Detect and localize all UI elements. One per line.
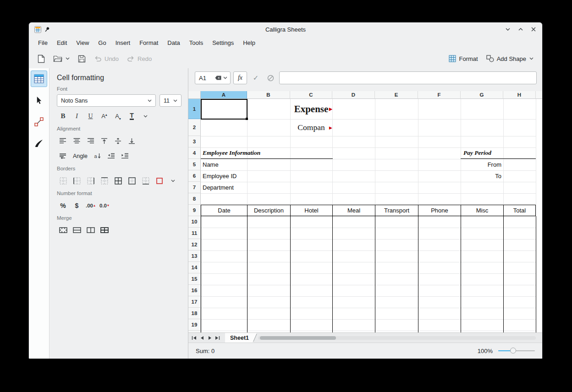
superscript-button[interactable]: A▴ xyxy=(98,110,110,122)
chevron-down-icon[interactable] xyxy=(223,76,227,79)
zoom-slider-handle[interactable] xyxy=(510,348,516,354)
row-header-7[interactable]: 7 xyxy=(188,182,201,193)
row-header-2[interactable]: 2 xyxy=(188,119,201,136)
cell-reference-clear-icon[interactable] xyxy=(215,76,221,80)
format-button[interactable]: Format xyxy=(446,53,481,65)
menu-view[interactable]: View xyxy=(72,38,94,48)
menu-edit[interactable]: Edit xyxy=(52,38,72,48)
row-header-11[interactable]: 11 xyxy=(188,228,201,239)
align-top-button[interactable] xyxy=(98,135,110,147)
cell-a7-department[interactable]: Department xyxy=(201,182,256,193)
menu-file[interactable]: File xyxy=(33,38,52,48)
column-header-d[interactable]: D xyxy=(332,91,375,99)
merge-vertical-button[interactable] xyxy=(84,224,97,236)
italic-button[interactable]: I xyxy=(71,110,83,122)
menu-go[interactable]: Go xyxy=(94,38,110,48)
maximize-button[interactable] xyxy=(517,26,524,33)
expense-header-misc[interactable]: Misc xyxy=(461,205,503,216)
currency-format-button[interactable]: $ xyxy=(71,200,83,211)
menu-insert[interactable]: Insert xyxy=(111,38,135,48)
underline-button[interactable]: U xyxy=(84,110,97,122)
minimize-button[interactable] xyxy=(505,26,511,33)
row-header-4[interactable]: 4 xyxy=(188,147,201,159)
new-document-button[interactable] xyxy=(34,52,48,65)
apply-button[interactable]: ✓ xyxy=(250,71,262,84)
selection-handle[interactable] xyxy=(246,118,248,120)
row-header-17[interactable]: 17 xyxy=(188,296,201,308)
cell-a5-name[interactable]: Name xyxy=(201,159,247,170)
angle-button[interactable]: Angle xyxy=(71,150,90,162)
merge-cells-button[interactable] xyxy=(57,224,69,236)
row-header-5[interactable]: 5 xyxy=(188,159,201,170)
border-left-button[interactable] xyxy=(71,175,83,186)
row-header-12[interactable]: 12 xyxy=(188,239,201,250)
align-middle-button[interactable] xyxy=(112,135,124,147)
cancel-button[interactable] xyxy=(264,71,276,84)
column-header-f[interactable]: F xyxy=(418,91,461,99)
formula-input[interactable] xyxy=(279,71,537,84)
vertical-text-button[interactable]: a xyxy=(91,150,104,162)
column-header-e[interactable]: E xyxy=(375,91,418,99)
zoom-slider[interactable] xyxy=(498,348,535,354)
previous-sheet-button[interactable] xyxy=(198,334,206,342)
bold-button[interactable]: B xyxy=(57,110,69,122)
calligraphy-tool-button[interactable] xyxy=(31,135,47,152)
expense-header-total[interactable]: Total xyxy=(503,205,536,216)
expense-header-phone[interactable]: Phone xyxy=(418,205,461,216)
last-sheet-button[interactable] xyxy=(214,334,221,342)
cell-c2-report-subtitle[interactable]: Compan ▶ xyxy=(290,119,332,136)
save-button[interactable] xyxy=(75,53,89,65)
border-bottom-button[interactable] xyxy=(139,175,152,186)
cell-a4-employee-information[interactable]: Employee Information xyxy=(201,147,333,159)
spreadsheet-grid[interactable]: Expense ▶ Compan ▶ Employee Information … xyxy=(188,91,542,332)
border-outline-button[interactable] xyxy=(126,175,138,186)
shape-select-tool-button[interactable] xyxy=(31,92,47,109)
cell-g5-from[interactable]: From xyxy=(461,159,503,170)
cell-reference-box[interactable]: A1 xyxy=(195,71,231,84)
cell-c1-report-title[interactable]: Expense ▶ xyxy=(290,99,332,119)
sheet-tab-sheet1[interactable]: Sheet1 xyxy=(225,333,257,343)
border-top-button[interactable] xyxy=(98,175,110,186)
row-header-20[interactable]: 20 xyxy=(188,331,201,332)
titlebar[interactable]: Calligra Sheets xyxy=(29,22,542,36)
row-header-8[interactable]: 8 xyxy=(188,193,201,205)
indent-increase-button[interactable] xyxy=(119,150,131,162)
align-right-button[interactable] xyxy=(84,135,97,147)
menu-help[interactable]: Help xyxy=(238,38,260,48)
column-header-a[interactable]: A xyxy=(201,91,247,99)
connector-tool-button[interactable] xyxy=(31,114,47,130)
function-button[interactable]: fx xyxy=(233,71,247,84)
column-header-b[interactable]: B xyxy=(247,91,290,99)
expense-header-meal[interactable]: Meal xyxy=(332,205,375,216)
border-right-button[interactable] xyxy=(84,175,97,186)
merge-horizontal-button[interactable] xyxy=(71,224,83,236)
row-header-14[interactable]: 14 xyxy=(188,262,201,273)
expense-header-hotel[interactable]: Hotel xyxy=(290,205,332,216)
align-center-button[interactable] xyxy=(71,135,83,147)
font-family-select[interactable]: Noto Sans xyxy=(57,94,156,107)
cell-tool-button[interactable] xyxy=(31,71,47,87)
border-all-button[interactable] xyxy=(112,175,124,186)
cell-a6-employee-id[interactable]: Employee ID xyxy=(201,170,256,182)
menu-tools[interactable]: Tools xyxy=(185,38,208,48)
redo-button[interactable]: Redo xyxy=(124,53,155,65)
column-header-g[interactable]: G xyxy=(461,91,503,99)
row-header-10[interactable]: 10 xyxy=(188,216,201,228)
border-none-button[interactable] xyxy=(57,175,69,186)
row-header-1[interactable]: 1 xyxy=(188,99,201,119)
cell-g4-pay-period[interactable]: Pay Period xyxy=(461,147,536,159)
align-bottom-button[interactable] xyxy=(126,135,138,147)
select-all-corner[interactable] xyxy=(188,91,201,99)
subscript-button[interactable]: A▾ xyxy=(112,110,124,122)
row-header-15[interactable]: 15 xyxy=(188,273,201,285)
row-header-16[interactable]: 16 xyxy=(188,285,201,296)
row-header-9[interactable]: 9 xyxy=(188,205,201,216)
undo-button[interactable]: Undo xyxy=(91,53,122,65)
column-header-h[interactable]: H xyxy=(503,91,536,99)
align-left-button[interactable] xyxy=(57,135,69,147)
row-header-13[interactable]: 13 xyxy=(188,250,201,262)
column-header-c[interactable]: C xyxy=(290,91,332,99)
cell-g6-to[interactable]: To xyxy=(461,170,503,182)
close-button[interactable] xyxy=(530,26,537,33)
selected-cell[interactable] xyxy=(201,99,248,120)
